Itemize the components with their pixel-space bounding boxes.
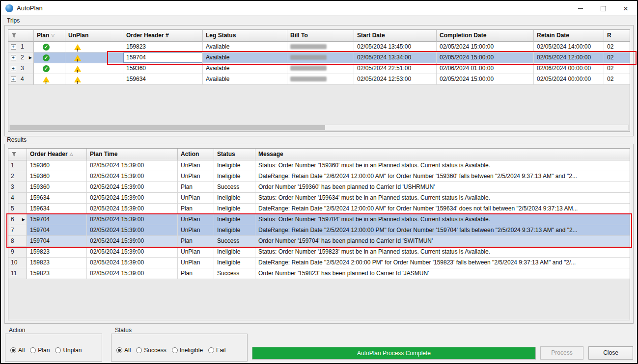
result-row[interactable]: 11 159823 02/05/2024 15:39:00 Plan Succe… [8,268,630,279]
row-header[interactable]: 10 [8,258,27,268]
column-header-label: Leg Status [206,30,236,41]
scrollbar-thumb[interactable] [10,125,325,130]
column-header-completion-date[interactable]: Completion Date [437,30,534,42]
radio-label: All [18,347,25,354]
grid-corner-cell[interactable] [8,149,27,160]
action-cell: UnPlan [178,225,214,236]
leg-status-cell: Available [203,74,287,85]
result-row[interactable]: 5 159634 02/05/2024 15:39:00 Plan Inelig… [8,204,630,214]
result-row[interactable]: 6 159704 02/05/2024 15:39:00 UnPlan Inel… [8,214,630,225]
column-header-bill-to[interactable]: Bill To [287,30,354,42]
column-header-message[interactable]: Message [255,149,630,160]
result-row[interactable]: 10 159823 02/05/2024 15:39:00 UnPlan Ine… [8,258,630,268]
status-cell: Ineligible [214,160,255,171]
column-header-plan-time[interactable]: Plan Time [87,149,178,160]
row-header[interactable]: 6 [8,214,27,225]
radio-status-all[interactable]: All [116,347,131,354]
row-number: 1 [11,160,14,171]
result-row[interactable]: 3 159360 02/05/2024 15:39:00 Plan Succes… [8,182,630,193]
column-header-label: Status [217,149,235,160]
column-header-status[interactable]: Status [214,149,255,160]
trip-row[interactable]: 1 159823 Available 02/05/2024 13:45:00 0… [8,42,630,52]
result-row[interactable]: 2 159360 02/05/2024 15:39:00 UnPlan Inel… [8,171,630,182]
radio-status-fail[interactable]: Fail [208,347,225,354]
column-header-order[interactable]: Order Header # [123,30,203,42]
radio-action-all[interactable]: All [10,347,25,354]
process-button[interactable]: Process [540,346,583,360]
result-row[interactable]: 9 159823 02/05/2024 15:39:00 UnPlan Inel… [8,247,630,258]
trip-row[interactable]: 2 159704 Available 02/05/2024 13:34:00 0… [8,52,630,63]
result-row[interactable]: 1 159360 02/05/2024 15:39:00 UnPlan Inel… [8,160,630,171]
plan-cell [34,74,65,85]
row-header[interactable]: 2 [18,52,34,63]
row-number: 1 [21,42,24,52]
row-header[interactable]: 8 [8,236,27,247]
radio-icon [55,347,61,353]
status-radio-group: All Success Ineligible Fail [116,347,225,354]
start-date-cell: 02/05/2024 13:45:00 [354,42,437,52]
column-header-label: Plan [37,30,49,41]
radio-action-plan[interactable]: Plan [30,347,50,354]
column-header-leg-status[interactable]: Leg Status [203,30,287,42]
order-header-cell[interactable]: 159823 [123,42,203,52]
expand-plus-icon[interactable] [11,77,16,82]
trips-rows: 1 159823 Available 02/05/2024 13:45:00 0… [8,42,630,85]
radio-icon [136,347,142,353]
expand-plus-icon[interactable] [11,55,16,60]
expand-plus-icon[interactable] [11,66,16,71]
row-header[interactable]: 3 [18,63,34,74]
maximize-button[interactable] [592,1,614,16]
trip-row[interactable]: 4 159634 Available 02/05/2024 12:53:00 0… [8,74,630,85]
column-header-action[interactable]: Action [178,149,214,160]
progress-text: AutoPlan Process Complete [357,350,431,357]
row-header[interactable]: 4 [8,193,27,204]
redacted-text [290,55,327,60]
row-header[interactable]: 4 [18,74,34,85]
result-row[interactable]: 8 159704 02/05/2024 15:39:00 Plan Succes… [8,236,630,247]
trips-groupbox: Plan▽ UnPlan Order Header # Leg Status B… [4,25,634,136]
row-number: 4 [11,193,14,203]
bill-to-cell [287,42,354,52]
horizontal-scrollbar[interactable] [9,125,629,130]
radio-action-unplan[interactable]: Unplan [55,347,82,354]
close-button[interactable]: Close [588,346,633,360]
expand-plus-icon[interactable] [11,44,16,50]
row-header[interactable]: 3 [8,182,27,193]
plan-time-cell: 02/05/2024 15:39:00 [87,268,178,279]
radio-checked-icon [10,347,16,353]
action-cell: UnPlan [178,160,214,171]
completion-date-cell: 02/05/2024 15:00:00 [437,52,534,63]
row-header[interactable]: 11 [8,268,27,279]
retain-date-cell: 02/05/2024 00:00:00 [534,74,604,85]
radio-icon [208,347,214,353]
result-row[interactable]: 7 159704 02/05/2024 15:39:00 UnPlan Inel… [8,225,630,236]
trip-row[interactable]: 3 159360 Available 02/05/2024 22:51:00 0… [8,63,630,74]
radio-status-success[interactable]: Success [136,347,166,354]
row-header[interactable]: 9 [8,247,27,258]
completion-date-cell: 02/05/2024 15:00:00 [437,42,534,52]
column-header-partial[interactable]: R [604,30,630,42]
column-header-plan[interactable]: Plan▽ [34,30,65,42]
grid-corner-cell[interactable] [8,30,34,42]
row-header[interactable]: 1 [8,160,27,171]
order-header-cell[interactable]: 159704 [123,52,203,63]
row-header[interactable]: 5 [8,204,27,214]
status-cell: Success [214,182,255,193]
order-header-cell[interactable]: 159634 [123,74,203,85]
row-header[interactable]: 7 [8,225,27,236]
action-filter-label: Action [9,327,25,334]
row-header[interactable]: 2 [8,171,27,182]
radio-status-ineligible[interactable]: Ineligible [172,347,203,354]
result-row[interactable]: 4 159634 02/05/2024 15:39:00 UnPlan Inel… [8,193,630,204]
order-header-cell[interactable]: 159360 [123,63,203,74]
row-header[interactable]: 1 [18,42,34,52]
order-header-cell: 159704 [27,236,87,247]
minimize-button[interactable] [569,1,592,16]
close-window-button[interactable] [614,1,637,16]
column-header-unplan[interactable]: UnPlan [65,30,123,42]
column-header-start-date[interactable]: Start Date [354,30,437,42]
column-header-order[interactable]: Order Header△ [27,149,87,160]
plan-cell [34,63,65,74]
column-header-label: Plan Time [90,149,117,160]
column-header-retain-date[interactable]: Retain Date [534,30,604,42]
